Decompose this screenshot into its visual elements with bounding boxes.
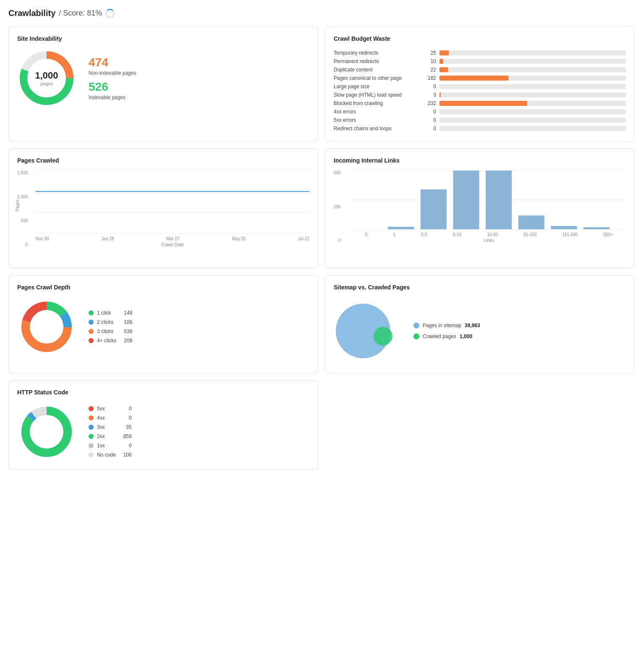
svg-rect-16 [551,226,577,229]
svg-rect-15 [518,215,544,229]
sitemap-legend-dot [413,323,419,328]
y-label-500: 500 [21,218,28,223]
http-legend-item: 5xx 0 [89,406,132,412]
sitemap-card: Sitemap vs. Crawled Pages Pages in sitem… [325,275,635,373]
links-y-0: 0 [338,238,341,243]
budget-bar-fill [439,76,508,81]
indexable-label: Indexable pages [89,94,136,100]
http-legend-dot [89,415,94,420]
link-x-151-500: 151-500 [562,232,578,237]
crawl-budget-title: Crawl Budget Waste [334,35,626,42]
pages-crawled-x-title: Crawl Date [161,242,184,247]
page-title: Crawlability [8,8,55,18]
budget-bar-bg [439,92,626,97]
page-header: Crawlability / Score: 81% [8,8,635,18]
crawl-budget-card: Crawl Budget Waste Temporary redirects 2… [325,26,635,142]
depth-legend-label: 3 clicks [97,328,116,334]
http-legend-value: 859 [119,433,132,439]
depth-legend-label: 1 click [97,310,116,316]
incoming-links-title: Incoming Internal Links [334,157,626,164]
budget-row: Permanent redirects 10 [334,57,626,66]
depth-legend-label: 4+ clicks [97,338,116,344]
budget-bar-bg [439,76,626,81]
http-legend-dot [89,434,94,439]
sitemap-legend-label: Crawled pages [423,333,456,339]
http-legend-value: 35 [119,424,132,430]
budget-row: 5xx errors 0 [334,116,626,124]
link-x-16-50: 16-50 [487,232,498,237]
http-legend-label: 3xx [97,424,116,430]
budget-bar-bg [439,84,626,89]
sitemap-legend-dot [413,333,419,339]
link-x-51-150: 51-150 [523,232,536,237]
budget-row-value: 22 [421,67,436,73]
sitemap-legend-item: Pages in sitemap 39,963 [413,323,480,328]
sitemap-small-bubble [374,327,392,346]
indexability-donut: 1,000 pages [17,49,76,108]
x-label-nov30: Nov 30 [36,236,49,241]
budget-row-name: Pages canonical to other page [334,75,418,81]
http-legend-value: 0 [119,443,132,449]
x-label-jan28: Jan 28 [102,236,114,241]
x-label-may25: May 25 [232,236,246,241]
budget-bar-bg [439,50,626,55]
page-score: / Score: 81% [59,9,102,18]
budget-row-name: Blocked from crawling [334,100,418,106]
x-label-mar27: Mar 27 [167,236,180,241]
incoming-links-x-title: Links [484,238,494,243]
site-indexability-card: Site Indexability 1,000 pages 474 [8,26,318,142]
svg-rect-12 [421,189,447,229]
http-legend-dot [89,452,94,457]
svg-rect-14 [486,171,512,229]
depth-legend-value: 538 [120,328,132,334]
depth-legend-item: 3 clicks 538 [89,328,132,334]
depth-legend-dot [89,310,94,315]
depth-legend-label: 2 clicks [97,319,116,325]
depth-legend-dot [89,320,94,325]
y-label-1000: 1,000 [17,194,28,199]
http-legend-dot [89,406,94,411]
link-x-500plus: 500+ [604,232,613,237]
link-x-0: 0 [365,232,368,237]
y-label-1500: 1,500 [17,171,28,175]
non-indexable-value: 474 [89,56,136,69]
budget-row-value: 25 [421,50,436,56]
budget-row-name: Slow page (HTML) load speed [334,92,418,98]
budget-row-name: Temporary redirects [334,50,418,56]
pages-crawled-y-title: Pages [15,200,20,211]
depth-legend-value: 208 [120,338,132,344]
links-y-500: 500 [334,171,341,175]
http-status-card: HTTP Status Code 5xx 0 4xx 0 [8,380,318,470]
http-status-title: HTTP Status Code [17,389,309,396]
http-legend-dot [89,425,94,430]
budget-bar-fill [439,67,448,72]
budget-row-name: Redirect chains and loops [334,126,418,131]
budget-row-value: 232 [421,100,436,106]
http-legend-value: 106 [119,452,132,458]
budget-row-value: 3 [421,92,436,98]
budget-bar-bg [439,67,626,72]
budget-bar-bg [439,59,626,64]
budget-bar-bg [439,101,626,106]
sitemap-legend-value: 39,963 [465,323,480,328]
svg-rect-11 [388,227,414,229]
budget-row: Large page size 0 [334,82,626,91]
budget-row-name: Large page size [334,84,418,89]
budget-row-value: 10 [421,58,436,64]
crawl-depth-card: Pages Crawl Depth 1 click 148 [8,275,318,373]
budget-row-value: 0 [421,117,436,123]
depth-legend-value: 106 [120,319,132,325]
http-legend-item: 2xx 859 [89,433,132,439]
x-label-jul22: Jul 22 [298,236,309,241]
budget-row-name: Duplicate content [334,67,418,73]
budget-bar-fill [439,50,449,55]
budget-row: Slow page (HTML) load speed 3 [334,91,626,99]
depth-legend-item: 1 click 148 [89,310,132,316]
sitemap-bubbles [334,297,401,365]
budget-row-name: 4xx errors [334,109,418,115]
budget-bar-bg [439,126,626,131]
http-legend-label: 4xx [97,415,116,421]
budget-row-value: 0 [421,126,436,131]
budget-row-value: 182 [421,75,436,81]
budget-table: Temporary redirects 25 Permanent redirec… [334,49,626,133]
